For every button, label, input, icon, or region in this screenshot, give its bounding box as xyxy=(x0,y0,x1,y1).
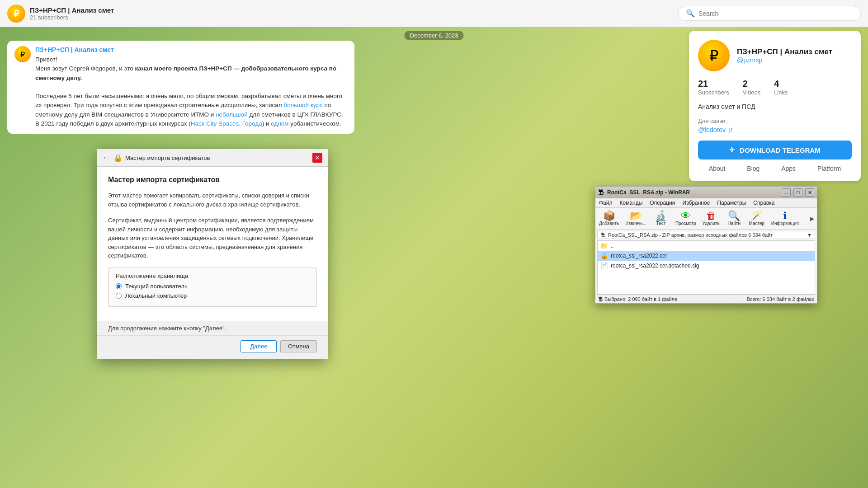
test-label: Тест xyxy=(656,221,666,226)
telegram-icon: ✈ xyxy=(729,146,735,154)
cert-wizard-window: ← 🔒 Мастер импорта сертификатов ✕ Мастер… xyxy=(97,149,328,359)
contact-link[interactable]: @fedorov_jr xyxy=(698,126,852,133)
file-cer-name: rootca_ssl_rsa2022.cer xyxy=(611,253,667,259)
wizard-footer-text: Для продолжения нажмите кнопку "Далее". xyxy=(97,321,328,335)
wizard-body: Мастер импорта сертификатов Этот мастер … xyxy=(97,167,328,321)
winrar-maximize-button[interactable]: □ xyxy=(793,188,802,197)
header-channel-name: ПЗ+НР+СП | Анализ смет xyxy=(30,6,114,14)
radio-current-user-label: Текущий пользователь xyxy=(125,283,188,290)
link-blog[interactable]: Blog xyxy=(747,165,760,172)
header-channel-avatar: ₽ xyxy=(7,5,25,23)
toolbar-find-button[interactable]: 🔍 Найти xyxy=(723,210,745,227)
chat-message: ₽ ПЗ+НР+СП | Анализ смет Привет! Меня зо… xyxy=(7,41,354,134)
card-links: About Blog Apps Platform xyxy=(698,165,852,172)
info-icon: ℹ xyxy=(783,211,787,221)
radio-current-user[interactable]: Текущий пользователь xyxy=(116,283,309,290)
extract-icon: 📂 xyxy=(630,211,642,221)
file-cer-icon: 🔒 xyxy=(600,252,608,259)
menu-operations[interactable]: Операции xyxy=(646,198,679,207)
winrar-breadcrumb: 🗜 RootCa_SSL_RSA.zip - ZIP архив, размер… xyxy=(597,231,815,239)
channel-card-panel: ₽ ПЗ+НР+СП | Анализ смет @pznrsp 21 Subs… xyxy=(689,31,861,181)
wizard-desc2: Сертификат, выданный центром сертификаци… xyxy=(108,216,317,260)
link-big-course[interactable]: большой курс xyxy=(283,102,322,108)
parent-dir-name: .. xyxy=(611,243,614,249)
toolbar-add-button[interactable]: 📦 Добавить xyxy=(596,210,622,227)
toolbar-wizard-button[interactable]: 🪄 Мастер xyxy=(746,210,768,227)
find-icon: 🔍 xyxy=(728,211,740,221)
menu-help[interactable]: Справка xyxy=(750,198,778,207)
add-label: Добавить xyxy=(599,221,619,226)
radio-local-machine-input[interactable] xyxy=(116,293,122,299)
toolbar-test-button[interactable]: 🔬 Тест xyxy=(650,210,672,227)
status-right: Всего: 6 034 байт в 2 файлах xyxy=(744,295,817,303)
card-avatar: ₽ xyxy=(698,40,730,71)
search-box[interactable]: 🔍 xyxy=(678,6,861,21)
header-channel-subscribers: 21 subscribers xyxy=(30,14,114,21)
message-avatar: ₽ xyxy=(14,46,31,62)
wizard-title-text: Мастер импорта сертификатов xyxy=(125,155,309,161)
card-description: Анализ смет и ПСД xyxy=(698,103,852,110)
card-header-info: ПЗ+НР+СП | Анализ смет @pznrsp xyxy=(737,47,832,64)
link-platform[interactable]: Platform xyxy=(817,165,841,172)
message-sender: ПЗ+НР+СП | Анализ смет xyxy=(35,46,347,53)
wizard-cancel-button[interactable]: Отмена xyxy=(280,340,317,352)
wizard-back-button[interactable]: ← xyxy=(103,154,110,162)
card-stats: 21 Subscribers 2 Videos 4 Links xyxy=(698,79,852,96)
extract-label: Извлечь... xyxy=(625,221,646,226)
link-about[interactable]: About xyxy=(709,165,726,172)
menu-favorites[interactable]: Избранное xyxy=(679,198,714,207)
winrar-statusbar: 🗜 Выбрано: 2 090 байт в 1 файле Всего: 6… xyxy=(595,295,817,303)
storage-label: Расположение хранилища xyxy=(116,272,309,279)
links-count: 4 xyxy=(774,79,788,89)
file-item-sig[interactable]: 📄 rootca_ssl_rsa2022.cer.detached.sig xyxy=(598,261,815,271)
card-channel-name: ПЗ+НР+СП | Анализ смет xyxy=(737,47,832,56)
link-one[interactable]: одном xyxy=(271,120,288,127)
radio-current-user-input[interactable] xyxy=(116,283,122,289)
message-content: ПЗ+НР+СП | Анализ смет Привет! Меня зову… xyxy=(35,46,347,128)
menu-commands[interactable]: Команды xyxy=(616,198,646,207)
text-part5: ) и xyxy=(262,120,271,127)
channel-info-block: ПЗ+НР+СП | Анализ смет 21 subscribers xyxy=(30,6,114,21)
view-icon: 👁 xyxy=(681,211,691,221)
search-icon: 🔍 xyxy=(686,9,695,18)
parent-dir-icon: 📁 xyxy=(600,242,608,249)
file-item-cer[interactable]: 🔒 rootca_ssl_rsa2022.cer xyxy=(598,251,815,261)
winrar-title-text: RootCa_SSL_RSA.zip - WinRAR xyxy=(607,189,779,196)
wizard-titlebar: ← 🔒 Мастер импорта сертификатов ✕ xyxy=(97,149,328,167)
toolbar-more[interactable]: ▶ xyxy=(808,214,816,224)
menu-params[interactable]: Параметры xyxy=(713,198,750,207)
links-label: Links xyxy=(774,89,788,96)
radio-local-machine-label: Локальный компьютер xyxy=(125,292,187,299)
text-part6: урбанистическом. xyxy=(289,120,341,127)
date-label: December 6, 2023 xyxy=(405,31,464,40)
toolbar-view-button[interactable]: 👁 Просмотр xyxy=(673,210,699,227)
contact-label: Для связи: xyxy=(698,117,852,124)
winrar-minimize-button[interactable]: — xyxy=(782,188,791,197)
winrar-close-button[interactable]: ✕ xyxy=(805,188,814,197)
info-label: Информация xyxy=(771,221,799,226)
download-telegram-button[interactable]: ✈ DOWNLOAD TELEGRAM xyxy=(698,141,852,160)
breadcrumb-arrow: ▼ xyxy=(807,232,812,238)
parent-dir-item[interactable]: 📁 .. xyxy=(598,241,815,251)
wizard-icon: 🪄 xyxy=(750,211,763,221)
toolbar-delete-button[interactable]: 🗑 Удалить xyxy=(700,210,722,227)
winrar-icon-left: 🗜 xyxy=(598,296,603,302)
menu-file[interactable]: Файл xyxy=(595,198,616,207)
channel-card: ₽ ПЗ+НР+СП | Анализ смет @pznrsp 21 Subs… xyxy=(689,31,861,181)
link-hack[interactable]: Hack City Spaces, Города xyxy=(191,120,262,127)
wizard-next-button[interactable]: Далее xyxy=(241,340,277,352)
file-sig-icon: 📄 xyxy=(600,262,608,269)
winrar-file-list: 📁 .. 🔒 rootca_ssl_rsa2022.cer 📄 rootca_s… xyxy=(597,240,815,295)
winrar-title-icon: 🗜 xyxy=(598,189,604,196)
link-small[interactable]: небольшой xyxy=(216,111,248,118)
wizard-desc1: Этот мастер помогает копировать сертифик… xyxy=(108,191,317,209)
search-input[interactable] xyxy=(698,10,853,17)
link-apps[interactable]: Apps xyxy=(781,165,796,172)
greeting: Привет! xyxy=(35,56,57,63)
wizard-close-button[interactable]: ✕ xyxy=(312,153,322,163)
wizard-storage-section: Расположение хранилища Текущий пользоват… xyxy=(108,267,317,307)
toolbar-extract-button[interactable]: 📂 Извлечь... xyxy=(623,210,649,227)
radio-local-machine[interactable]: Локальный компьютер xyxy=(116,292,309,299)
delete-label: Удалить xyxy=(703,221,720,226)
toolbar-info-button[interactable]: ℹ Информация xyxy=(769,210,802,227)
